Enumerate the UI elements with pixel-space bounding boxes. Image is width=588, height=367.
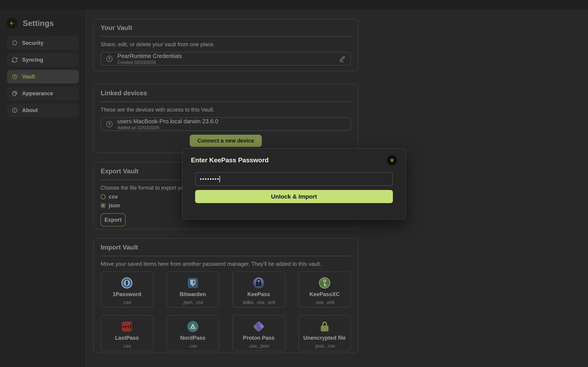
keepass-password-dialog: Enter KeePass Password ✕ Unlock & Import [182,148,406,220]
protonpass-icon [255,321,263,332]
radio-label-json: json [109,202,120,209]
provider-formats: .csv [123,343,131,349]
sidebar-header: Settings [7,18,79,29]
close-icon[interactable]: ✕ [387,155,397,165]
keepass-icon [253,277,264,289]
your-vault-title: Your Vault [101,24,351,31]
settings-sidebar: Settings Security Syncing Vault [0,10,86,367]
provider-formats: .csv [123,300,131,305]
radio-csv[interactable] [101,194,106,199]
provider-name: 1Password [113,291,141,298]
provider-name: KeePassXC [310,291,340,298]
provider-formats: .kdbx, .csv, .xml [242,300,275,305]
password-dots [200,178,219,180]
linked-devices-description: These are the devices with access to thi… [101,107,351,113]
linked-devices-card: Linked devices These are the devices wit… [93,84,358,153]
key-icon [106,55,113,63]
key-icon [106,120,113,128]
provider-formats: .json, .csv [314,343,335,349]
bitwarden-icon [188,277,198,289]
info-icon [12,107,18,113]
provider-name: LastPass [115,335,139,341]
sidebar-item-vault[interactable]: Vault [7,70,79,83]
device-row[interactable]: users-MacBook-Pro.local darwin 23.6.0 Ad… [101,117,351,131]
key-icon [12,74,18,80]
sidebar-item-label: Vault [22,74,35,80]
provider-name: Unencrypted file [303,335,346,341]
1password-icon [121,277,132,289]
provider-name: Bitwarden [180,291,206,298]
import-provider-grid: 1Password .csv Bitwarden .json, .csv Kee… [101,272,351,351]
sidebar-item-about[interactable]: About [7,103,79,117]
keepassxc-icon [319,277,330,289]
lastpass-icon [122,321,132,332]
import-provider-1password[interactable]: 1Password .csv [101,272,153,308]
dialog-header: Enter KeePass Password ✕ [191,155,397,165]
sidebar-item-label: Appearance [22,90,53,97]
sidebar-item-label: About [22,107,38,113]
provider-formats: .csv, .xml [315,300,335,305]
import-provider-lastpass[interactable]: LastPass .csv [101,315,153,351]
shield-icon [12,40,18,46]
provider-formats: .json, .csv [182,300,203,305]
import-provider-nordpass[interactable]: NordPass .csv [167,315,219,351]
device-name: users-MacBook-Pro.local darwin 23.6.0 [117,118,218,125]
device-added-date: Added on 02/03/2026 [117,125,218,130]
linked-devices-title: Linked devices [101,90,351,97]
divider [101,36,351,37]
import-provider-keepassxc[interactable]: KeePassXC .csv, .xml [298,272,351,308]
divider [101,256,351,256]
arrow-left-icon [9,20,15,26]
radio-label-csv: csv [109,194,118,200]
import-provider-protonpass[interactable]: Proton Pass .csv, .json [232,315,285,351]
provider-name: KeePass [247,291,270,298]
settings-nav: Security Syncing Vault Appearance [0,36,86,117]
vault-item-row[interactable]: PearRuntime Credentials Created 02/03/20… [101,52,351,66]
import-provider-bitwarden[interactable]: Bitwarden .json, .csv [167,272,219,308]
connect-new-device-button[interactable]: Connect a new device [190,135,262,147]
provider-formats: .csv [189,343,197,349]
unencrypted-lock-icon [321,321,328,332]
sidebar-item-syncing[interactable]: Syncing [7,53,79,67]
text-caret [220,176,220,183]
page-title: Settings [23,19,54,28]
sync-icon [12,57,18,63]
radio-json[interactable] [101,203,106,208]
sidebar-item-label: Security [22,40,43,46]
unlock-import-button[interactable]: Unlock & Import [195,190,393,203]
app-window: Settings Security Syncing Vault [0,0,588,367]
palette-icon [12,90,18,97]
provider-name: Proton Pass [243,335,275,341]
password-input[interactable] [195,172,393,186]
vault-name: PearRuntime Credentials [117,53,182,59]
import-provider-unencrypted-file[interactable]: Unencrypted file .json, .csv [298,315,351,351]
divider [101,101,351,102]
sidebar-item-security[interactable]: Security [7,36,79,50]
nordpass-icon [187,321,198,332]
sidebar-item-appearance[interactable]: Appearance [7,87,79,100]
your-vault-card: Your Vault Share, edit, or delete your v… [93,19,358,71]
edit-pencil-icon[interactable] [339,55,346,63]
import-vault-title: Import Vault [101,244,351,251]
import-provider-keepass[interactable]: KeePass .kdbx, .csv, .xml [232,272,285,308]
back-button[interactable] [7,18,17,29]
provider-name: NordPass [180,335,205,341]
connect-row: Connect a new device [101,131,351,147]
sidebar-item-label: Syncing [22,57,43,63]
vault-created-date: Created 02/03/2026 [117,60,182,65]
dialog-title: Enter KeePass Password [191,157,269,164]
provider-formats: .csv, .json [248,343,269,349]
import-vault-card: Import Vault Move your saved items here … [93,238,358,353]
export-button[interactable]: Export [101,213,125,226]
import-vault-description: Move your saved items here from another … [101,261,351,267]
your-vault-description: Share, edit, or delete your vault from o… [101,41,351,48]
window-titlebar [0,0,588,10]
